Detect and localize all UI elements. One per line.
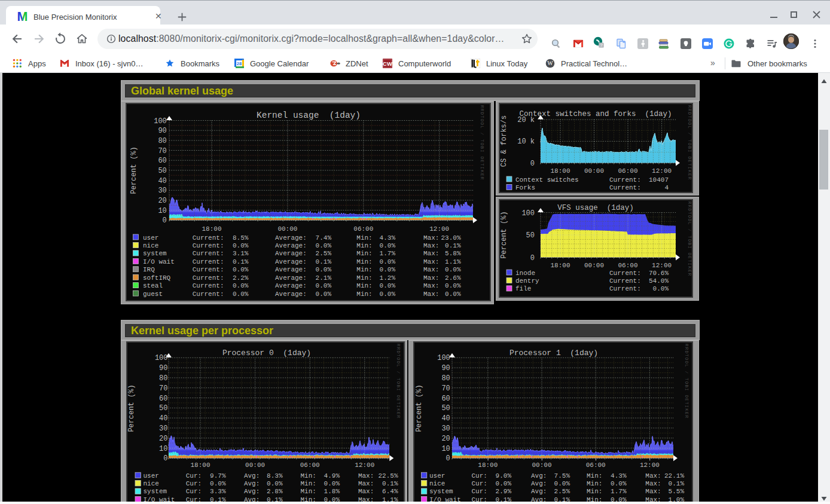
svg-text:90: 90 — [158, 127, 166, 135]
svg-text:Avg:: Avg: — [531, 488, 547, 495]
svg-text:system: system — [144, 488, 167, 495]
svg-text:90: 90 — [159, 364, 167, 372]
svg-text:Average:: Average: — [275, 242, 307, 249]
svg-text:Current:: Current: — [193, 291, 224, 298]
svg-text:3.1%: 3.1% — [233, 250, 249, 257]
svg-text:Avg:: Avg: — [531, 480, 547, 487]
svg-text:90: 90 — [441, 364, 450, 372]
svg-text:Max:: Max: — [358, 472, 374, 479]
svg-text:0.0%: 0.0% — [316, 242, 332, 249]
svg-text:2.8%: 2.8% — [267, 488, 283, 495]
svg-text:06:00: 06:00 — [300, 462, 320, 469]
svg-text:20: 20 — [441, 435, 450, 443]
svg-text:1.2%: 1.2% — [380, 274, 396, 282]
svg-text:nice: nice — [144, 480, 159, 487]
svg-text:file: file — [515, 285, 531, 292]
svg-text:Avg:: Avg: — [531, 472, 547, 479]
svg-text:4.3%: 4.3% — [380, 234, 396, 242]
svg-text:30: 30 — [441, 424, 450, 433]
svg-text:CW: CW — [383, 60, 392, 67]
svg-text:Average:: Average: — [275, 258, 307, 265]
svg-text:1.8%: 1.8% — [324, 488, 340, 495]
svg-text:0.0%: 0.0% — [316, 291, 332, 298]
svg-text:1.7%: 1.7% — [380, 250, 396, 257]
svg-text:Max:: Max: — [423, 250, 439, 257]
svg-text:0: 0 — [530, 254, 535, 262]
svg-text:06:00: 06:00 — [618, 262, 637, 269]
svg-text:28: 28 — [237, 61, 242, 66]
svg-text:Avg:: Avg: — [244, 488, 260, 495]
svg-text:6.4%: 6.4% — [382, 488, 398, 495]
svg-text:softIRQ: softIRQ — [143, 274, 171, 282]
svg-text:guest: guest — [143, 291, 163, 298]
svg-text:2.6%: 2.6% — [445, 274, 461, 282]
svg-text:Percent (%): Percent (%) — [500, 211, 508, 258]
svg-text:00:00: 00:00 — [584, 167, 604, 175]
svg-text:00:00: 00:00 — [532, 462, 551, 469]
svg-text:70: 70 — [441, 384, 450, 393]
svg-text:RRDTOOL / TOBI OETIKER: RRDTOOL / TOBI OETIKER — [684, 344, 689, 419]
svg-text:70.6%: 70.6% — [649, 270, 669, 277]
svg-text:2.5%: 2.5% — [554, 488, 570, 495]
svg-text:1.7%: 1.7% — [611, 488, 627, 495]
svg-text:Max:: Max: — [358, 480, 374, 487]
svg-text:Current:: Current: — [193, 266, 224, 273]
svg-text:2.9%: 2.9% — [496, 488, 512, 495]
svg-text:60: 60 — [159, 395, 167, 403]
svg-text:80: 80 — [159, 374, 167, 383]
svg-text:Min:: Min: — [587, 480, 602, 487]
svg-text:nice: nice — [143, 242, 158, 249]
svg-text:Cur:: Cur: — [472, 480, 487, 487]
svg-text:80: 80 — [158, 137, 166, 145]
svg-text:40: 40 — [441, 414, 450, 423]
svg-text:IRQ: IRQ — [143, 266, 155, 273]
svg-text:user: user — [143, 234, 158, 242]
svg-text:0.0%: 0.0% — [380, 282, 396, 289]
svg-text:0.0%: 0.0% — [316, 282, 332, 289]
svg-text:Max:: Max: — [423, 274, 439, 282]
svg-text:0.0%: 0.0% — [445, 282, 461, 289]
svg-text:Min:: Min: — [356, 266, 372, 273]
svg-text:W: W — [547, 60, 553, 66]
svg-text:Min:: Min: — [356, 242, 372, 249]
svg-text:Avg:: Avg: — [244, 480, 260, 487]
svg-text:0.1%: 0.1% — [382, 480, 398, 487]
svg-text:Max:: Max: — [423, 266, 439, 273]
svg-text:0: 0 — [163, 216, 167, 225]
svg-text:22.1%: 22.1% — [664, 472, 684, 479]
svg-text:RRDTOOL / TOBI OETIKER: RRDTOOL / TOBI OETIKER — [396, 344, 401, 419]
svg-text:Processor 1 (1day): Processor 1 (1day) — [509, 349, 598, 358]
svg-text:10: 10 — [441, 445, 450, 453]
svg-text:Max:: Max: — [358, 488, 374, 495]
svg-text:Max:: Max: — [423, 258, 439, 265]
svg-text:0: 0 — [446, 454, 450, 463]
svg-text:0: 0 — [163, 454, 167, 463]
svg-text:50: 50 — [159, 404, 167, 413]
svg-text:0.0%: 0.0% — [380, 266, 396, 273]
svg-text:9.0%: 9.0% — [496, 472, 512, 479]
svg-text:5.8%: 5.8% — [445, 250, 461, 257]
svg-text:7.4%: 7.4% — [316, 234, 332, 242]
svg-text:Max:: Max: — [645, 488, 661, 495]
svg-text:Max:: Max: — [423, 291, 439, 298]
svg-text:20: 20 — [159, 435, 167, 443]
svg-text:3.3%: 3.3% — [210, 488, 226, 495]
svg-text:23.0%: 23.0% — [441, 234, 460, 242]
svg-text:0.0%: 0.0% — [233, 282, 249, 289]
svg-text:0.0%: 0.0% — [445, 266, 461, 273]
svg-text:dentry: dentry — [515, 277, 539, 285]
svg-text:Cur:: Cur: — [186, 472, 202, 479]
svg-text:0.0%: 0.0% — [653, 285, 669, 292]
svg-text:0.1%: 0.1% — [316, 258, 332, 265]
svg-text:VFS usage (1day): VFS usage (1day) — [557, 204, 634, 212]
svg-text:Average:: Average: — [275, 266, 307, 273]
svg-text:0.0%: 0.0% — [380, 291, 396, 298]
svg-text:Current:: Current: — [609, 277, 641, 285]
svg-text:10: 10 — [158, 207, 166, 215]
svg-text:0.0%: 0.0% — [554, 480, 570, 487]
svg-text:00:00: 00:00 — [245, 462, 265, 469]
svg-text:Forks: Forks — [515, 184, 535, 191]
svg-text:0.1%: 0.1% — [445, 242, 461, 249]
svg-text:30: 30 — [159, 424, 167, 433]
svg-text:12:00: 12:00 — [652, 167, 672, 175]
